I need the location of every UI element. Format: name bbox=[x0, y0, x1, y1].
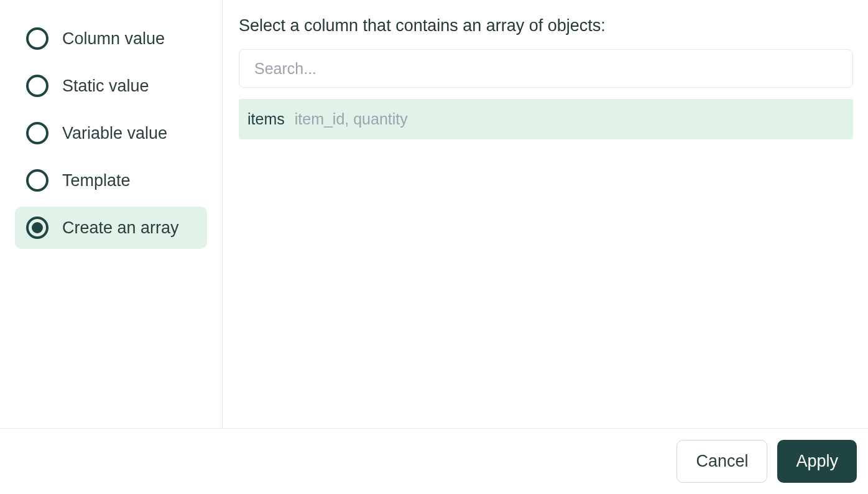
radio-option-static-value[interactable]: Static value bbox=[15, 65, 207, 107]
column-row-items[interactable]: items item_id, quantity bbox=[239, 99, 853, 139]
footer: Cancel Apply bbox=[0, 428, 868, 494]
radio-option-create-array[interactable]: Create an array bbox=[15, 207, 207, 249]
column-name: items bbox=[247, 110, 285, 128]
radio-icon bbox=[26, 217, 48, 239]
radio-label: Template bbox=[62, 171, 131, 190]
radio-label: Create an array bbox=[62, 218, 179, 238]
radio-icon bbox=[26, 75, 48, 97]
radio-icon bbox=[26, 122, 48, 144]
radio-label: Static value bbox=[62, 77, 149, 96]
radio-label: Variable value bbox=[62, 124, 167, 143]
main-area: Column value Static value Variable value… bbox=[0, 0, 868, 428]
apply-button[interactable]: Apply bbox=[777, 440, 857, 483]
radio-option-column-value[interactable]: Column value bbox=[15, 17, 207, 60]
radio-label: Column value bbox=[62, 29, 165, 49]
content-heading: Select a column that contains an array o… bbox=[239, 16, 853, 35]
content-panel: Select a column that contains an array o… bbox=[223, 0, 868, 428]
cancel-button[interactable]: Cancel bbox=[676, 440, 767, 483]
radio-option-variable-value[interactable]: Variable value bbox=[15, 112, 207, 154]
search-input[interactable] bbox=[239, 49, 853, 88]
column-fields: item_id, quantity bbox=[295, 110, 408, 128]
radio-icon bbox=[26, 27, 48, 50]
radio-option-template[interactable]: Template bbox=[15, 159, 207, 202]
radio-icon bbox=[26, 169, 48, 192]
sidebar: Column value Static value Variable value… bbox=[0, 0, 223, 428]
